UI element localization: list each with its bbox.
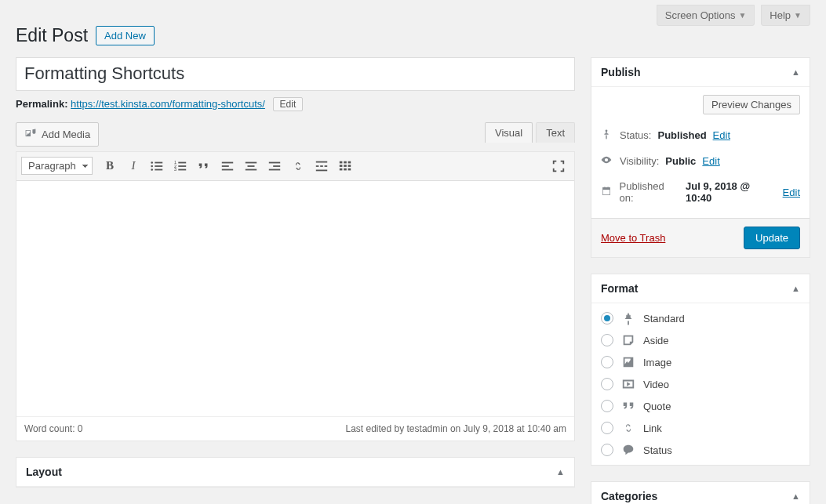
svg-rect-17: [246, 169, 257, 170]
svg-point-2: [151, 165, 153, 167]
move-to-trash-link[interactable]: Move to Trash: [601, 232, 665, 244]
align-center-button[interactable]: [240, 155, 262, 177]
help-tab[interactable]: Help▼: [761, 5, 810, 26]
svg-rect-7: [178, 161, 186, 163]
format-label: Link: [643, 422, 662, 434]
video-icon: [621, 377, 635, 391]
svg-rect-18: [269, 161, 280, 163]
format-status[interactable]: Status: [601, 443, 800, 457]
add-media-button[interactable]: Add Media: [16, 122, 99, 147]
word-count: Word count: 0: [24, 423, 83, 434]
status-edit-link[interactable]: Edit: [713, 129, 730, 141]
radio-icon: [601, 356, 613, 368]
collapse-icon[interactable]: ▲: [556, 467, 565, 477]
visibility-edit-link[interactable]: Edit: [702, 155, 719, 167]
status-label: Status:: [620, 129, 651, 141]
svg-rect-9: [178, 165, 186, 167]
svg-text:3: 3: [174, 167, 176, 172]
screen-options-label: Screen Options: [665, 9, 736, 21]
format-video[interactable]: Video: [601, 377, 800, 391]
svg-rect-25: [316, 169, 327, 171]
align-left-button[interactable]: [217, 155, 238, 177]
permalink-row: Permalink: https://test.kinsta.com/forma…: [16, 97, 575, 111]
svg-rect-13: [222, 165, 229, 167]
status-icon: [621, 443, 635, 457]
bullet-list-button[interactable]: [146, 155, 168, 177]
svg-rect-20: [269, 169, 280, 170]
svg-rect-30: [344, 165, 347, 167]
last-edited: Last edited by testadmin on July 9, 2018…: [345, 423, 566, 434]
svg-rect-33: [344, 168, 347, 170]
preview-button[interactable]: Preview Changes: [703, 95, 800, 114]
collapse-icon[interactable]: ▲: [791, 284, 800, 293]
paragraph-select[interactable]: Paragraph: [21, 157, 93, 175]
calendar-icon: [601, 186, 613, 199]
layout-box-title: Layout: [26, 466, 62, 478]
text-tab[interactable]: Text: [536, 122, 575, 143]
editor-content-area[interactable]: [16, 181, 574, 416]
radio-icon: [601, 422, 613, 434]
link-icon: [621, 421, 635, 435]
svg-rect-26: [340, 161, 343, 163]
format-label: Quote: [643, 401, 671, 412]
format-quote[interactable]: Quote: [601, 399, 800, 413]
quote-icon: [621, 399, 635, 413]
italic-button[interactable]: I: [122, 155, 144, 177]
published-value: Jul 9, 2018 @ 10:40: [686, 180, 777, 204]
svg-rect-28: [348, 161, 351, 163]
svg-rect-21: [316, 161, 327, 162]
format-standard[interactable]: Standard: [601, 311, 800, 325]
chevron-down-icon: ▼: [738, 11, 746, 20]
radio-icon: [601, 378, 613, 390]
bold-button[interactable]: B: [99, 155, 121, 177]
camera-music-icon: [24, 127, 37, 142]
radio-icon: [601, 334, 613, 346]
svg-point-4: [151, 169, 153, 171]
format-box: Format ▲ Standard Aside: [591, 274, 810, 466]
publish-box: Publish ▲ Preview Changes Status: Publis…: [591, 57, 810, 258]
svg-rect-15: [246, 161, 257, 163]
svg-rect-12: [222, 161, 233, 163]
screen-options-tab[interactable]: Screen Options▼: [657, 5, 755, 26]
format-link[interactable]: Link: [601, 421, 800, 435]
toolbar-toggle-button[interactable]: [334, 155, 356, 177]
svg-rect-24: [325, 165, 328, 167]
permalink-link[interactable]: https://test.kinsta.com/formatting-short…: [71, 98, 265, 110]
collapse-icon[interactable]: ▲: [791, 67, 800, 77]
update-button[interactable]: Update: [744, 227, 800, 249]
post-title-input[interactable]: [16, 57, 575, 91]
add-new-button[interactable]: Add New: [96, 26, 155, 45]
aside-icon: [621, 333, 635, 347]
svg-rect-27: [344, 161, 347, 163]
editor-box: Paragraph B I 123 Word: [16, 151, 575, 441]
add-media-label: Add Media: [42, 129, 90, 140]
format-image[interactable]: Image: [601, 355, 800, 369]
format-title: Format: [601, 282, 638, 295]
link-button[interactable]: [287, 155, 309, 177]
format-label: Video: [643, 379, 669, 390]
eye-icon: [601, 154, 613, 168]
permalink-edit-button[interactable]: Edit: [273, 97, 304, 111]
svg-rect-32: [340, 168, 343, 170]
publish-title: Publish: [601, 66, 641, 78]
numbered-list-button[interactable]: 123: [169, 155, 191, 177]
svg-rect-19: [273, 165, 280, 167]
help-label: Help: [770, 9, 791, 21]
categories-box: Categories ▲: [591, 481, 810, 504]
format-label: Image: [643, 357, 671, 368]
fullscreen-button[interactable]: [548, 155, 569, 177]
collapse-icon[interactable]: ▲: [791, 491, 800, 501]
format-aside[interactable]: Aside: [601, 333, 800, 347]
radio-icon: [601, 312, 613, 325]
svg-point-0: [151, 161, 153, 164]
published-label: Published on:: [620, 180, 680, 204]
blockquote-button[interactable]: [193, 155, 215, 177]
svg-rect-5: [155, 169, 162, 170]
visual-tab[interactable]: Visual: [485, 122, 533, 143]
published-edit-link[interactable]: Edit: [783, 187, 800, 198]
align-right-button[interactable]: [264, 155, 286, 177]
visibility-value: Public: [665, 155, 696, 167]
read-more-button[interactable]: [311, 155, 333, 177]
radio-icon: [601, 400, 613, 412]
svg-rect-31: [348, 165, 351, 167]
